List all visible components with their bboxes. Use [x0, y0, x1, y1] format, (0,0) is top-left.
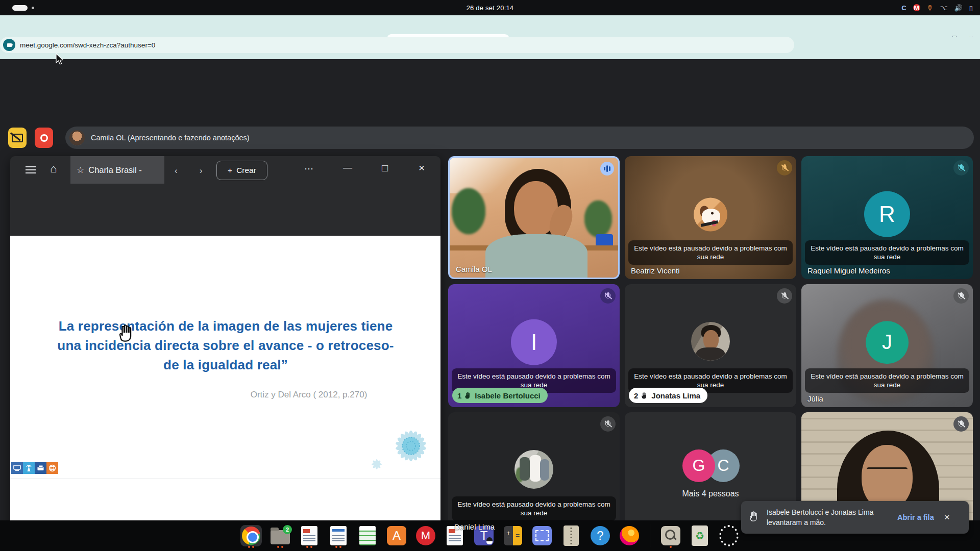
hand-raised-badge[interactable]: 1 Isabele Bertolucci — [452, 388, 548, 403]
toast-close-icon[interactable]: × — [944, 512, 950, 523]
dock-item-firefox[interactable] — [618, 523, 641, 548]
system-tray[interactable]: C M 🎙 ⌥ 🔊 ▯ — [901, 0, 973, 15]
dock-item-files[interactable]: 2 — [268, 523, 292, 548]
dock-item-search-tool[interactable] — [659, 523, 682, 548]
menu-icon[interactable] — [26, 166, 36, 173]
raised-hand-icon — [641, 391, 648, 399]
slide-quote-text: La representación de la imagen de las mu… — [54, 316, 397, 374]
dock-separator — [650, 524, 650, 547]
screenshot-icon — [532, 526, 552, 545]
recording-button[interactable] — [35, 128, 53, 148]
participant-name: Beatriz Vicenti — [631, 266, 680, 275]
mic-off-icon — [600, 416, 616, 432]
person-body — [485, 234, 587, 279]
mic-off-icon — [953, 288, 969, 304]
monitor-icon — [11, 462, 23, 474]
mega-tray-icon: M — [913, 4, 920, 11]
avatar-photo — [514, 449, 553, 488]
presenting-banner: Camila OL (Apresentando e fazendo anotaç… — [65, 127, 974, 149]
video-paused-message: Este vídeo está pausado devido a problem… — [628, 240, 793, 265]
stop-presenting-button[interactable] — [8, 128, 27, 148]
participant-tile-jonatas[interactable]: Este vídeo está pausado devido a problem… — [625, 284, 796, 407]
person-glasses — [867, 467, 908, 478]
slide-bottom-edge — [10, 479, 440, 479]
hand-raised-badge[interactable]: 2 Jonatas Lima — [629, 388, 707, 403]
dock-item-writer[interactable] — [327, 523, 350, 548]
minimize-icon[interactable]: — — [343, 162, 352, 173]
presenting-banner-text: Camila OL (Apresentando e fazendo anotaç… — [91, 134, 250, 142]
close-icon[interactable]: × — [419, 162, 425, 174]
more-participants-label: Mais 4 pessoas — [682, 489, 739, 498]
writer-icon — [330, 526, 347, 545]
globe-icon — [46, 462, 58, 474]
home-icon[interactable]: ⌂ — [50, 162, 57, 176]
chevron-right-icon[interactable]: › — [200, 166, 203, 176]
maximize-icon[interactable]: □ — [382, 162, 388, 174]
dock-item-workspaces[interactable] — [717, 523, 741, 548]
dock-item-spreadsheet[interactable] — [356, 523, 379, 548]
document-viewer-icon — [301, 526, 317, 545]
raised-hand-icon — [749, 511, 760, 524]
participant-tile-julia[interactable]: J Este vídeo está pausado devido a probl… — [801, 284, 973, 407]
calculator-icon: +− = — [504, 526, 522, 545]
create-label: Crear — [236, 166, 256, 175]
document-title: Charla Brasil - — [88, 165, 142, 175]
system-top-bar: 26 de set 20:14 C M 🎙 ⌥ 🔊 ▯ — [0, 0, 980, 15]
participant-tile-isabele[interactable]: I Este vídeo está pausado devido a probl… — [448, 284, 620, 407]
system-clock[interactable]: 26 de set 20:14 — [0, 4, 980, 12]
chevron-left-icon[interactable]: ‹ — [175, 166, 178, 176]
dock-item-trash[interactable]: ♻ — [688, 523, 712, 548]
meet-site-icon — [3, 39, 15, 51]
plus-icon: + — [228, 166, 232, 175]
shared-presentation-window: ⌂ ☆ Charla Brasil - ‹ › + Crear ⋯ — □ × … — [10, 156, 440, 534]
toast-text: Isabele Bertolucci e Jonatas Lima levant… — [767, 507, 888, 528]
help-icon: ? — [591, 526, 610, 545]
antenna-icon — [23, 462, 35, 474]
participant-tile-daniel[interactable]: Este vídeo está pausado devido a problem… — [448, 412, 620, 535]
network-icon: ⌥ — [940, 5, 948, 11]
dock-item-a-app[interactable]: A — [385, 523, 408, 548]
a-app-icon: A — [387, 526, 406, 545]
avatar-letter: I — [511, 319, 557, 365]
dock-item-calculator[interactable]: +− = — [501, 523, 525, 548]
slide-attribution: Ortiz y Del Arco ( 2012, p.270) — [225, 390, 393, 400]
hand-raiser-name: Jonatas Lima — [651, 391, 700, 400]
dock-item-document-viewer[interactable] — [298, 523, 321, 548]
fax-icon — [35, 462, 46, 474]
more-options-icon[interactable]: ⋯ — [304, 163, 313, 174]
browser-toolbar: ← → ⟳ meet.google.com/swd-xezh-zca?authu… — [0, 37, 980, 59]
mega-icon: M — [416, 526, 435, 545]
files-icon: 2 — [271, 530, 290, 544]
document-title-chip[interactable]: ☆ Charla Brasil - — [70, 156, 164, 184]
dock-item-chrome[interactable] — [239, 523, 263, 548]
magnifier-icon — [661, 526, 680, 545]
mic-off-icon — [953, 160, 969, 176]
presenter-avatar — [69, 130, 85, 145]
archive-icon — [564, 525, 579, 546]
slide-canvas: La representación de la imagen de las mu… — [10, 236, 440, 534]
dock-item-archive[interactable] — [559, 523, 583, 548]
slide-media-icons — [11, 462, 58, 474]
participant-tile-beatriz[interactable]: Este vídeo está pausado devido a problem… — [625, 156, 796, 279]
meet-page: Camila OL (Apresentando e fazendo anotaç… — [0, 59, 980, 520]
avatar-letter: R — [864, 191, 910, 237]
participant-name: Raquel Miguel Medeiros — [807, 266, 890, 275]
address-bar[interactable]: meet.google.com/swd-xezh-zca?authuser=0 — [0, 37, 794, 53]
create-button[interactable]: + Crear — [216, 161, 267, 180]
open-queue-button[interactable]: Abrir a fila — [897, 513, 934, 521]
raised-hand-icon — [464, 391, 472, 399]
avatar-letter: G — [682, 449, 715, 482]
dock-item-help[interactable]: ? — [589, 523, 612, 548]
url-text: meet.google.com/swd-xezh-zca?authuser=0 — [20, 41, 155, 49]
presentation-titlebar: ⌂ ☆ Charla Brasil - ‹ › + Crear ⋯ — □ × — [10, 156, 440, 184]
mic-off-icon — [600, 288, 616, 304]
dock-item-mega[interactable]: M — [414, 523, 437, 548]
star-icon[interactable]: ☆ — [77, 165, 84, 176]
participant-tile-camila[interactable]: Camila OL — [448, 156, 620, 279]
participant-tile-raquel[interactable]: R Este vídeo está pausado devido a probl… — [801, 156, 973, 279]
spreadsheet-icon — [359, 526, 376, 545]
dock-item-screenshot[interactable] — [530, 523, 554, 548]
hand-raiser-name: Isabele Bertolucci — [475, 391, 540, 400]
chrome-icon — [242, 527, 260, 545]
volume-icon: 🔊 — [954, 5, 963, 11]
